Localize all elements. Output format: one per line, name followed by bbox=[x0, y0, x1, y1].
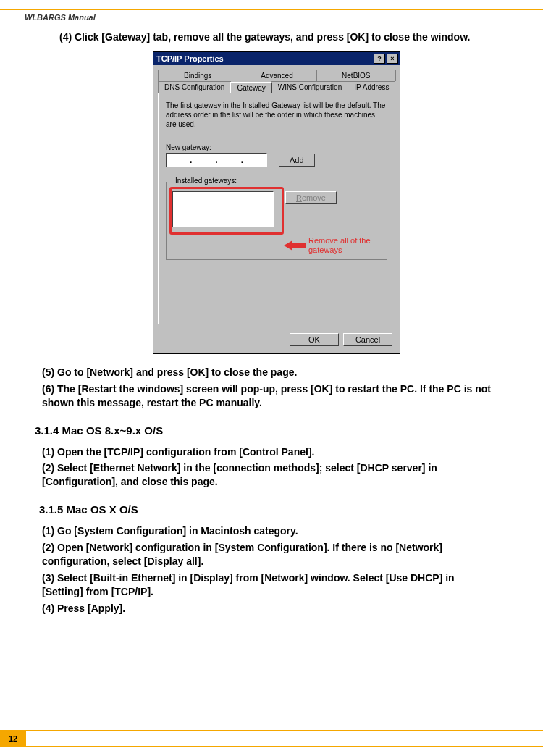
new-gateway-label: New gateway: bbox=[166, 143, 387, 151]
tabs-front-row: DNS Configuration Gateway WINS Configura… bbox=[153, 81, 400, 93]
tab-dns[interactable]: DNS Configuration bbox=[158, 81, 231, 93]
callout-arrow: Remove all of the gateways bbox=[284, 236, 387, 255]
sect315-step-3: (3) Select [Built-in Ethernet] in [Displ… bbox=[42, 571, 494, 599]
tcpip-dialog: TCP/IP Properties ? × Bindings Advanced … bbox=[153, 51, 400, 354]
remove-button[interactable]: Remove bbox=[285, 191, 337, 204]
page-footer: 12 bbox=[0, 730, 543, 747]
tab-ip[interactable]: IP Address bbox=[348, 81, 395, 93]
dialog-title: TCP/IP Properties bbox=[155, 54, 372, 63]
cancel-button[interactable]: Cancel bbox=[343, 333, 392, 346]
heading-315: 3.1.5 Mac OS X O/S bbox=[39, 503, 494, 516]
heading-314: 3.1.4 Mac OS 8.x~9.x O/S bbox=[35, 424, 494, 437]
new-gateway-input[interactable]: ... bbox=[166, 153, 267, 167]
page-content: (4) Click [Gateway] tab, remove all the … bbox=[59, 30, 494, 618]
close-button[interactable]: × bbox=[387, 54, 398, 64]
page-number: 12 bbox=[0, 731, 26, 746]
callout-text: Remove all of the gateways bbox=[308, 236, 387, 255]
installed-gateways-label: Installed gateways: bbox=[172, 177, 240, 185]
tabs-back-row: Bindings Advanced NetBIOS bbox=[153, 65, 400, 81]
step-6: (6) The [Restart the windows] screen wil… bbox=[42, 382, 494, 410]
sect314-step-2: (2) Select [Ethernet Network] in the [co… bbox=[42, 461, 494, 489]
left-arrow-icon bbox=[284, 239, 306, 252]
screenshot-container: TCP/IP Properties ? × Bindings Advanced … bbox=[59, 51, 494, 354]
tab-wins[interactable]: WINS Configuration bbox=[272, 81, 348, 93]
dialog-button-row: OK Cancel bbox=[153, 329, 400, 353]
ok-button[interactable]: OK bbox=[290, 333, 339, 346]
sect314-step-1: (1) Open the [TCP/IP] configuration from… bbox=[42, 445, 494, 459]
svg-marker-0 bbox=[284, 240, 306, 251]
help-button[interactable]: ? bbox=[374, 54, 385, 64]
sect315-step-2: (2) Open [Network] configuration in [Sys… bbox=[42, 541, 494, 568]
panel-description: The first gateway in the Installed Gatew… bbox=[166, 101, 387, 129]
step-5: (5) Go to [Network] and press [OK] to cl… bbox=[42, 366, 494, 379]
tab-netbios[interactable]: NetBIOS bbox=[316, 70, 396, 81]
manual-title: WLBARGS Manual bbox=[25, 13, 96, 22]
dialog-titlebar: TCP/IP Properties ? × bbox=[153, 52, 400, 65]
sect315-step-1: (1) Go [System Configuration] in Macinto… bbox=[42, 524, 494, 538]
add-button[interactable]: Add bbox=[279, 154, 315, 167]
installed-gateways-group: Installed gateways: Remove Remove all of… bbox=[166, 182, 387, 260]
tab-gateway[interactable]: Gateway bbox=[230, 82, 272, 93]
gateway-panel: The first gateway in the Installed Gatew… bbox=[158, 93, 395, 324]
tab-bindings[interactable]: Bindings bbox=[158, 70, 237, 81]
callout-highlight-box bbox=[169, 187, 284, 235]
top-divider bbox=[0, 9, 543, 10]
sect315-step-4: (4) Press [Apply]. bbox=[42, 602, 494, 616]
step-4: (4) Click [Gateway] tab, remove all the … bbox=[59, 30, 494, 44]
tab-advanced[interactable]: Advanced bbox=[237, 70, 316, 81]
